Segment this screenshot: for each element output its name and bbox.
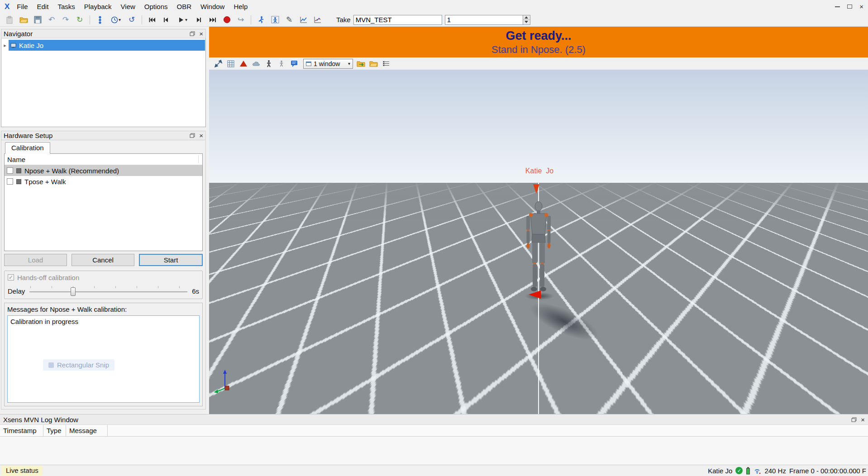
delay-slider[interactable] xyxy=(29,286,187,296)
messages-label: Messages for Npose + Walk calibration: xyxy=(7,305,200,313)
labels-toggle-icon[interactable] xyxy=(289,59,299,69)
menu-tasks[interactable]: Tasks xyxy=(53,2,79,11)
toolbar-separator xyxy=(251,15,251,24)
refresh-icon[interactable]: ↻ xyxy=(74,14,86,26)
maximize-window-icon[interactable] xyxy=(847,5,852,9)
redo-icon[interactable]: ↷ xyxy=(60,14,72,26)
character-visibility-icon[interactable] xyxy=(264,59,274,69)
open-file-icon[interactable] xyxy=(18,14,29,26)
record-button[interactable] xyxy=(221,14,233,26)
float-panel-icon[interactable] xyxy=(190,133,195,138)
menu-file[interactable]: File xyxy=(12,2,32,11)
reprocess-motion-icon[interactable] xyxy=(255,14,267,26)
calibration-message-box[interactable]: Calibration in progress Rectangular Snip xyxy=(7,315,200,403)
pose-preview-icon[interactable] xyxy=(269,14,281,26)
menu-window[interactable]: Window xyxy=(196,2,229,11)
grid-toggle-icon[interactable] xyxy=(226,59,236,69)
step-forward-button[interactable] xyxy=(193,14,205,26)
minimize-window-icon[interactable] xyxy=(835,6,840,7)
calibration-table: Name Npose + Walk (Recommended) Tpose + … xyxy=(4,153,203,251)
sensor-alignment-icon[interactable] xyxy=(94,14,106,26)
cancel-button[interactable]: Cancel xyxy=(72,254,134,266)
go-to-start-button[interactable] xyxy=(146,14,158,26)
hardware-setup-tabs: Calibration xyxy=(4,142,203,154)
stepper-up-icon[interactable] xyxy=(523,15,530,20)
close-panel-icon[interactable]: × xyxy=(861,416,865,423)
start-button[interactable]: Start xyxy=(139,254,203,266)
snip-watermark: Rectangular Snip xyxy=(43,359,114,371)
calibration-type-icon xyxy=(16,179,21,184)
go-to-end-button[interactable] xyxy=(207,14,219,26)
menu-obr[interactable]: OBR xyxy=(172,2,196,11)
take-number-stepper[interactable] xyxy=(523,15,530,25)
float-panel-icon[interactable] xyxy=(190,31,195,36)
window-layout-value: 1 window xyxy=(314,60,340,67)
hands-off-checkbox[interactable]: ✓ xyxy=(8,274,14,281)
close-panel-icon[interactable]: × xyxy=(199,132,203,139)
view-list-icon[interactable] xyxy=(381,59,391,69)
play-button[interactable]: ▾ xyxy=(174,14,191,26)
load-button[interactable]: Load xyxy=(4,254,67,266)
menu-view[interactable]: View xyxy=(116,2,140,11)
row-checkbox[interactable] xyxy=(7,178,13,185)
character-model[interactable] xyxy=(525,201,553,301)
float-panel-icon[interactable] xyxy=(851,417,857,422)
menu-playback[interactable]: Playback xyxy=(80,2,116,11)
play-options-caret-icon[interactable]: ▾ xyxy=(185,17,187,22)
expand-tree-icon[interactable]: ▸ xyxy=(1,43,9,48)
3d-scene[interactable]: Katie Jo xyxy=(209,70,868,414)
table-row-npose-walk[interactable]: Npose + Walk (Recommended) xyxy=(5,165,202,176)
calibration-banner: Get ready... Stand in Npose. (2.5) xyxy=(209,27,868,57)
paste-icon[interactable] xyxy=(4,14,15,26)
hands-off-group: ✓ Hands-off calibration Delay 6s xyxy=(4,271,203,299)
viewport-toolbar: 1 window ▾ xyxy=(209,57,868,70)
calibration-row-label: Tpose + Walk xyxy=(24,178,66,186)
column-header-label: Name xyxy=(7,156,25,163)
undo-icon[interactable]: ↶ xyxy=(46,14,57,26)
window-layout-select[interactable]: 1 window ▾ xyxy=(303,59,353,69)
log-column-timestamp[interactable]: Timestamp xyxy=(0,425,43,436)
jump-forward-icon[interactable]: ↪ xyxy=(235,14,247,26)
tab-calibration[interactable]: Calibration xyxy=(5,142,50,154)
menu-edit[interactable]: Edit xyxy=(33,2,53,11)
horizon-toggle-icon[interactable] xyxy=(251,59,261,69)
take-name-input[interactable] xyxy=(353,15,442,25)
log-column-message[interactable]: Message xyxy=(66,425,108,436)
sensor-figure-icon[interactable] xyxy=(277,59,286,69)
menu-options[interactable]: Options xyxy=(140,2,172,11)
table-row-tpose-walk[interactable]: Tpose + Walk xyxy=(5,176,202,187)
character-heading-pin-icon xyxy=(533,184,539,194)
take-number-input[interactable] xyxy=(445,15,523,25)
fullscreen-view-icon[interactable] xyxy=(213,59,223,69)
sync-timer-icon[interactable]: ▾ xyxy=(108,14,124,26)
3d-viewport: Get ready... Stand in Npose. (2.5) xyxy=(209,27,868,414)
hardware-setup-panel: Hardware Setup × Calibration Name xyxy=(1,131,206,409)
edit-icon[interactable]: ✎ xyxy=(283,14,295,26)
step-back-button[interactable] xyxy=(160,14,172,26)
save-icon[interactable] xyxy=(32,14,43,26)
stepper-down-icon[interactable] xyxy=(523,19,530,24)
navigator-panel: Navigator × ▸ Katie Jo xyxy=(1,29,206,127)
open-camera-view-icon[interactable] xyxy=(368,59,378,69)
reset-orientation-icon[interactable]: ↺ xyxy=(126,14,138,26)
dropdown-caret-icon[interactable]: ▾ xyxy=(119,17,121,22)
add-camera-view-icon[interactable] xyxy=(356,59,366,69)
take-label: Take xyxy=(336,16,351,24)
left-sidebar: Navigator × ▸ Katie Jo xyxy=(0,27,208,414)
line-chart-icon[interactable] xyxy=(297,14,309,26)
subject-icon xyxy=(10,43,16,48)
origin-marker-icon[interactable] xyxy=(238,59,248,69)
column-header-name[interactable]: Name xyxy=(5,154,202,165)
calibration-status-text: Calibration in progress xyxy=(10,318,78,325)
log-window: Xsens MVN Log Window × Timestamp Type Me… xyxy=(0,414,868,465)
delay-slider-handle[interactable] xyxy=(71,287,76,296)
log-column-type[interactable]: Type xyxy=(43,425,66,436)
menu-help[interactable]: Help xyxy=(229,2,252,11)
tree-row-subject[interactable]: ▸ Katie Jo xyxy=(1,40,205,51)
analysis-chart-icon[interactable] xyxy=(311,14,323,26)
close-panel-icon[interactable]: × xyxy=(199,30,203,37)
close-window-icon[interactable]: × xyxy=(859,3,863,10)
calibration-messages-group: Messages for Npose + Walk calibration: C… xyxy=(4,303,203,406)
row-checkbox[interactable] xyxy=(7,167,13,174)
frame-counter-label: Frame 0 - 00:00:00.000 F xyxy=(789,467,866,475)
